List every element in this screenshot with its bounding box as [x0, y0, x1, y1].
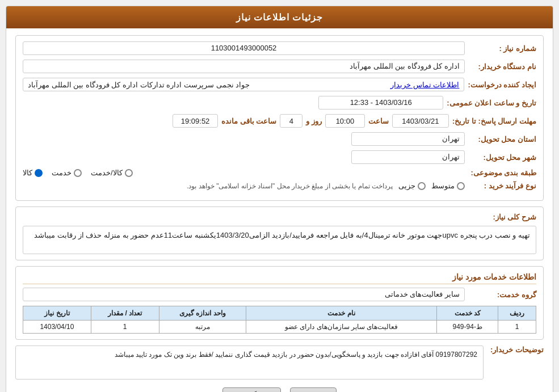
row-service-group: گروه خدمت: سایر فعالیت‌های خدماتی [23, 288, 536, 301]
buttons-row: چاپ بازگشت [15, 387, 544, 392]
category-radio-group: کالا/خدمت خدمت کالا [23, 168, 465, 177]
process-radio-medium [457, 182, 465, 190]
request-number-label: شماره نیاز : [468, 44, 536, 53]
delivery-city-value: تهران [351, 150, 465, 164]
process-option-partial[interactable]: جزیی [398, 182, 426, 190]
category-label-kala-khedmat: کالا/خدمت [91, 168, 123, 177]
col-qty: تعداد / مقدار [91, 306, 159, 321]
response-remaining-value: 19:09:52 [173, 114, 218, 128]
buyer-org-label: نام دستگاه خریدار: [468, 62, 536, 71]
table-header-row: ردیف کد خدمت نام خدمت واحد اندازه گیری ت… [23, 306, 536, 321]
row-buyer-org: نام دستگاه خریدار: اداره کل فرودگاه بین … [23, 60, 536, 73]
response-date-value: 1403/03/21 [392, 114, 449, 128]
category-option-kala-khedmat[interactable]: کالا/خدمت [91, 168, 133, 177]
response-remaining-label: ساعت باقی مانده [221, 117, 276, 125]
print-button[interactable]: چاپ [290, 387, 337, 392]
creator-link[interactable]: اطلاعات تماس خریدار [390, 81, 459, 89]
process-description: پرداخت تمام یا بخشی از مبلغ خریدار محل "… [23, 182, 393, 190]
services-section: اطلاعات خدمات مورد نیاز گروه خدمت: سایر … [15, 266, 544, 340]
delivery-province-label: استان محل تحویل: [468, 135, 536, 144]
col-name: نام خدمت [246, 306, 436, 321]
main-card: جزئیات اطلاعات نیاز شماره نیاز : 1103001… [6, 6, 553, 392]
creator-text: جواد نجمی سرپرست اداره تدارکات اداره کل … [28, 81, 250, 89]
category-option-kala[interactable]: کالا [23, 168, 43, 177]
card-body: شماره نیاز : 1103001493000052 نام دستگاه… [6, 28, 553, 392]
row-request-number: شماره نیاز : 1103001493000052 [23, 41, 536, 55]
response-days-label: روز و [306, 117, 322, 125]
back-button[interactable]: بازگشت [222, 387, 281, 392]
response-time-label: ساعت [368, 117, 389, 125]
creator-label: ایجاد کننده درخواست: [468, 81, 536, 89]
category-label: طبقه بندی موضوعی: [468, 168, 536, 177]
row-announce-datetime: تاریخ و ساعت اعلان عمومی: 1403/03/16 - 1… [23, 96, 536, 109]
category-radio-kala-khedmat [125, 169, 133, 177]
process-option-medium[interactable]: متوسط [431, 182, 465, 190]
response-time-value: 10:00 [325, 114, 365, 128]
response-days-value: 4 [280, 114, 302, 128]
need-description-section: شرح کلی نیاز: تهیه و نصب درب پنجره upvcج… [15, 206, 544, 260]
need-description-label: شرح کلی نیاز: [480, 213, 536, 221]
delivery-province-value: تهران [351, 132, 465, 146]
request-number-value: 1103001493000052 [23, 41, 465, 55]
announce-datetime-value: 1403/03/16 - 12:33 [318, 96, 443, 109]
row-creator: ایجاد کننده درخواست: اطلاعات تماس خریدار… [23, 78, 536, 91]
service-group-value: سایر فعالیت‌های خدماتی [23, 288, 465, 301]
page-title: جزئیات اطلاعات نیاز [236, 12, 323, 22]
page-wrapper: جزئیات اطلاعات نیاز شماره نیاز : 1103001… [0, 0, 559, 392]
category-option-khedmat[interactable]: خدمت [52, 168, 82, 177]
row-need-description-header: شرح کلی نیاز: [23, 213, 536, 221]
category-label-kala: کالا [23, 168, 32, 177]
table-row: 1ط-94-949فعالیت‌های سایر سازمان‌های دارا… [23, 321, 536, 334]
row-delivery-province: استان محل تحویل: تهران [23, 132, 536, 146]
row-delivery-city: شهر محل تحویل: تهران [23, 150, 536, 164]
buyer-notes-text: 09197807292 آقای افازاده جهت بازدید و پا… [15, 345, 484, 380]
row-process-type: نوع فرآیند خرید : متوسط جزیی پرداخت تمام… [23, 182, 536, 190]
info-section-top: شماره نیاز : 1103001493000052 نام دستگاه… [15, 35, 544, 201]
buyer-org-value: اداره کل فرودگاه بین المللی مهرآباد [23, 60, 465, 73]
col-row: ردیف [498, 306, 536, 321]
service-group-label: گروه خدمت: [468, 290, 536, 299]
need-description-value: تهیه و نصب درب پنجره upvcجهت موتور خانه … [23, 226, 536, 254]
process-label-medium: متوسط [431, 182, 455, 190]
col-date: تاریخ نیاز [23, 306, 91, 321]
category-radio-khedmat [74, 169, 82, 177]
col-code: کد خدمت [437, 306, 498, 321]
process-label-partial: جزیی [398, 182, 415, 190]
card-header: جزئیات اطلاعات نیاز [6, 6, 553, 28]
delivery-city-label: شهر محل تحویل: [468, 153, 536, 162]
items-table: ردیف کد خدمت نام خدمت واحد اندازه گیری ت… [23, 306, 536, 334]
category-label-khedmat: خدمت [52, 168, 72, 177]
response-deadline-label: مهلت ارسال پاسخ: تا تاریخ: [452, 117, 536, 125]
services-section-title: اطلاعات خدمات مورد نیاز [23, 272, 536, 284]
announce-datetime-label: تاریخ و ساعت اعلان عمومی: [447, 99, 536, 107]
creator-value: اطلاعات تماس خریدار جواد نجمی سرپرست ادا… [23, 78, 464, 91]
buyer-notes-section: توضیحات خریدار: 09197807292 آقای افازاده… [15, 345, 544, 380]
process-radio-partial [418, 182, 426, 190]
row-response-deadline: مهلت ارسال پاسخ: تا تاریخ: 1403/03/21 سا… [23, 114, 536, 128]
col-unit: واحد اندازه گیری [159, 306, 246, 321]
buyer-notes-label: توضیحات خریدار: [487, 345, 544, 354]
process-type-label: نوع فرآیند خرید : [468, 182, 536, 190]
category-radio-kala [35, 169, 43, 177]
row-category: طبقه بندی موضوعی: کالا/خدمت خدمت کالا [23, 168, 536, 177]
